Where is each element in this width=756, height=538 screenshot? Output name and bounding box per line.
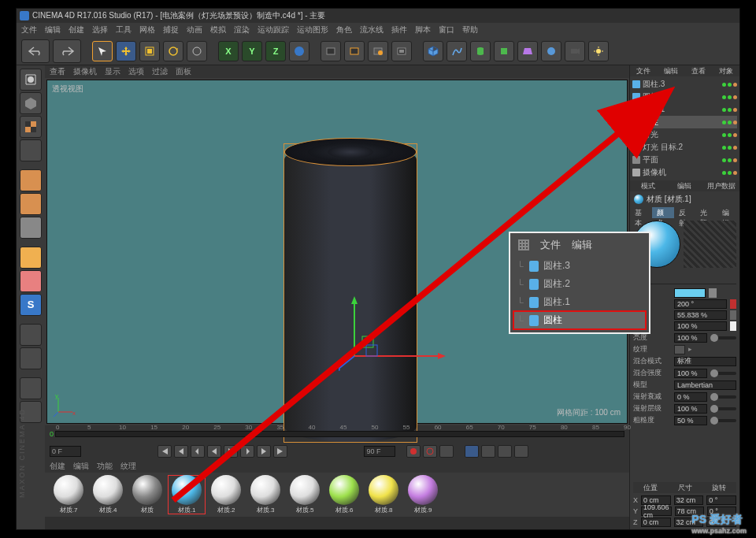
coord-val[interactable]: 109.606 cm [641, 506, 672, 516]
poly-mode[interactable] [20, 217, 42, 239]
add-deformer[interactable] [517, 41, 538, 61]
model-mode[interactable] [20, 92, 42, 114]
callout-item[interactable]: └圆柱.1 [513, 293, 646, 311]
point-mode[interactable] [20, 169, 42, 191]
coord-tab[interactable]: 旋转 [702, 482, 736, 493]
mat-tab[interactable]: 编辑 [73, 461, 89, 472]
menu-脚本[interactable]: 脚本 [415, 24, 431, 35]
attr-value[interactable]: 50 % [674, 416, 707, 425]
attr-subtab[interactable]: 颜色 [652, 207, 674, 218]
goto-start[interactable] [158, 445, 172, 458]
menu-捕捉[interactable]: 捕捉 [163, 24, 179, 35]
mat-tab[interactable]: 功能 [97, 461, 113, 472]
key-set[interactable] [439, 445, 454, 458]
redo-button[interactable] [53, 39, 81, 63]
obj-tab[interactable]: 查看 [685, 65, 713, 76]
add-camera[interactable] [565, 41, 585, 61]
y-axis-lock[interactable]: Y [242, 41, 262, 61]
axis-mode[interactable] [20, 247, 42, 269]
object-manager[interactable]: 圆柱.3圆柱.2圆柱.1圆柱灯光灯光 目标.2平面摄像机 [630, 76, 739, 180]
scale-tool[interactable] [139, 41, 160, 61]
menu-文件[interactable]: 文件 [21, 24, 37, 35]
obj-tab[interactable]: 对象 [712, 65, 739, 76]
object-item[interactable]: 圆柱.3 [632, 78, 737, 91]
callout-item[interactable]: └圆柱 [513, 311, 646, 329]
object-item[interactable]: 灯光 [632, 128, 737, 141]
play-back[interactable] [207, 445, 221, 458]
callout-item[interactable]: └圆柱.3 [513, 257, 646, 275]
menu-帮助[interactable]: 帮助 [462, 24, 478, 35]
add-spline[interactable] [447, 41, 467, 61]
tweak-mode[interactable] [20, 270, 42, 292]
material-slot[interactable]: 材质.8 [365, 475, 402, 514]
range-end[interactable]: 90 F [364, 446, 395, 457]
prev-key[interactable] [174, 445, 188, 458]
object-item[interactable]: 灯光 目标.2 [632, 141, 737, 154]
goto-end[interactable] [273, 445, 287, 458]
material-slot[interactable]: 材质.7 [50, 475, 87, 514]
make-editable[interactable] [20, 69, 42, 91]
add-cube[interactable] [423, 41, 443, 61]
coord-system[interactable] [289, 41, 309, 61]
menu-编辑[interactable]: 编辑 [45, 24, 61, 35]
add-light[interactable] [588, 41, 609, 61]
menu-网格[interactable]: 网格 [139, 24, 155, 35]
color-picker-icon[interactable] [709, 288, 717, 298]
workplane-mode[interactable] [20, 139, 42, 161]
h-value[interactable]: 200 ° [674, 299, 727, 309]
viewtab[interactable]: 查看 [50, 66, 65, 77]
viewtab[interactable]: 显示 [105, 66, 120, 77]
recent-tool[interactable] [187, 41, 207, 61]
attr-subtab[interactable]: 编辑 [717, 207, 739, 218]
coord-val[interactable]: 32 cm [674, 495, 704, 505]
render-region[interactable] [344, 41, 365, 61]
material-slot[interactable]: 材质.1 [168, 475, 206, 514]
timeline-track[interactable]: 051015202530354045505560657075808590 [55, 431, 624, 437]
viewtab[interactable]: 选项 [128, 66, 144, 77]
attr-value[interactable]: Lambertian [674, 380, 736, 390]
edge-mode[interactable] [20, 193, 42, 215]
attr-value[interactable]: 100 % [674, 333, 707, 343]
z-axis-lock[interactable]: Z [265, 41, 286, 61]
add-environment[interactable] [541, 41, 561, 61]
render-settings[interactable] [391, 41, 412, 61]
key-rot[interactable] [498, 445, 512, 458]
object-item[interactable]: 平面 [632, 154, 737, 166]
rotate-tool[interactable] [163, 41, 183, 61]
menu-插件[interactable]: 插件 [391, 24, 407, 35]
axis-gizmo[interactable] [339, 293, 480, 403]
menu-选择[interactable]: 选择 [92, 24, 108, 35]
attr-subtab[interactable]: 光照 [695, 207, 717, 218]
material-slot[interactable]: 材质 [128, 475, 166, 514]
object-item[interactable]: 摄像机 [632, 166, 737, 179]
viewport-solo[interactable]: S [20, 294, 42, 316]
attr-tab[interactable]: 用户数据 [703, 180, 739, 191]
material-slot[interactable]: 材质.6 [325, 475, 363, 514]
select-tool[interactable] [92, 41, 113, 61]
snap-settings[interactable] [20, 347, 42, 369]
move-tool[interactable] [116, 41, 136, 61]
mat-tab[interactable]: 纹理 [120, 461, 136, 472]
obj-tab[interactable]: 编辑 [658, 65, 685, 76]
add-generator[interactable] [494, 41, 514, 61]
menu-窗口[interactable]: 窗口 [439, 24, 454, 35]
key-pos[interactable] [465, 445, 479, 458]
attr-value[interactable]: 标准 [674, 357, 736, 366]
callout-file[interactable]: 文件 [540, 238, 561, 252]
menu-角色[interactable]: 角色 [336, 24, 352, 35]
material-slot[interactable]: 材质.2 [207, 475, 245, 514]
slider[interactable] [710, 395, 737, 399]
material-slot[interactable]: 材质.4 [89, 475, 127, 514]
attr-tab[interactable]: 编辑 [666, 180, 702, 191]
texture-button[interactable] [674, 345, 685, 354]
play-forward[interactable] [224, 445, 238, 458]
coord-tab[interactable]: 尺寸 [668, 482, 702, 493]
object-item[interactable]: 圆柱.1 [632, 103, 737, 116]
menu-创建[interactable]: 创建 [69, 24, 84, 35]
viewtab[interactable]: 过滤 [152, 66, 168, 77]
coord-val[interactable]: 0 cm [641, 518, 671, 527]
slider[interactable] [710, 419, 737, 422]
autokey[interactable] [423, 445, 437, 458]
menu-渲染[interactable]: 渲染 [234, 24, 250, 35]
record-key[interactable] [406, 445, 421, 458]
